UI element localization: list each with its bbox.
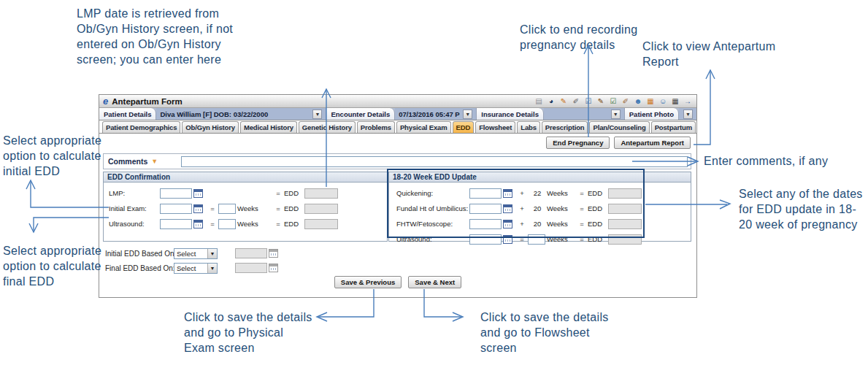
update-ultrasound-calendar-icon[interactable] — [503, 235, 512, 244]
fhtw-calendar-icon[interactable] — [503, 220, 512, 229]
tab-flowsheet[interactable]: Flowsheet — [475, 121, 515, 133]
final-edd-select-arrow-icon[interactable]: ▼ — [207, 264, 217, 273]
final-edd-based-on-select[interactable]: Select ▼ — [174, 263, 218, 274]
ultrasound-edd-label: EDD — [284, 220, 304, 228]
ultrasound-weeks-label: Weeks — [237, 220, 272, 228]
quickening-label: Quickening: — [396, 189, 469, 197]
encounter-details-value[interactable]: 07/13/2016 05:47 PM ▼ — [395, 108, 477, 120]
initial-exam-edd-result — [304, 204, 338, 214]
update-ultrasound-date-input[interactable] — [469, 234, 502, 245]
tab-labs[interactable]: Labs — [517, 121, 540, 133]
tab-edd[interactable]: EDD — [453, 121, 475, 133]
initial-exam-calendar-icon[interactable] — [193, 204, 203, 213]
end-pregnancy-button[interactable]: End Pregnancy — [546, 137, 610, 149]
encounter-details-dropdown-icon[interactable]: ▼ — [463, 110, 472, 119]
insurance-details-dropdown-icon[interactable]: ▼ — [611, 110, 621, 119]
logout-icon[interactable]: → — [683, 96, 693, 106]
insurance-details-value[interactable]: ▼ — [544, 108, 625, 120]
fhtw-date-input[interactable] — [469, 219, 502, 229]
insurance-details-label: Insurance Details — [477, 108, 544, 120]
tab-prescription[interactable]: Prescription — [542, 121, 588, 133]
comments-input[interactable] — [181, 156, 688, 167]
fhtw-edd-label: EDD — [588, 220, 608, 228]
pen-edit-icon[interactable]: ✎ — [596, 96, 606, 106]
quickening-equals: = — [576, 189, 588, 197]
quickening-calendar-icon[interactable] — [503, 189, 512, 198]
initial-exam-date-input[interactable] — [160, 204, 192, 214]
appointments-calendar-icon[interactable]: ▦ — [645, 96, 656, 106]
lmp-label: LMP: — [109, 189, 160, 197]
lmp-edd-result — [304, 188, 338, 199]
quickening-op: + — [516, 189, 528, 197]
tab-genetic-history[interactable]: Genetic History — [299, 121, 356, 133]
quickening-edd-result — [608, 188, 642, 199]
initial-edd-based-on-label: Initial EDD Based On: — [105, 250, 174, 258]
ultrasound-equals: = — [272, 220, 284, 228]
sticky-note-icon[interactable]: ▤ — [534, 96, 544, 106]
initial-exam-weeks-label: Weeks — [237, 204, 272, 212]
prescription-pad-icon[interactable]: ✐ — [571, 96, 581, 106]
calculator-icon[interactable]: ▦ — [670, 96, 680, 106]
comments-row: Comments ▼ — [103, 153, 691, 169]
patient-name-dob: Diva William [F] DOB: 03/22/2000 — [160, 110, 310, 118]
initial-edd-based-on-select[interactable]: Select ▼ — [174, 248, 218, 259]
patient-info-bar: Patient Details Diva William [F] DOB: 03… — [99, 108, 696, 120]
antepartum-form-window: e Antepartum Form ▤ ◕ ✎ ✐ ☑ ✎ ☑ ✐ ☻ ▦ ☺ … — [99, 94, 697, 298]
quickening-edd-label: EDD — [588, 189, 608, 197]
patient-photo-value[interactable]: ▼ — [679, 108, 696, 120]
patient-details-value[interactable]: Diva William [F] DOB: 03/22/2000 ▼ — [156, 108, 326, 120]
ultrasound-calendar-icon[interactable] — [193, 220, 203, 229]
ultrasound-label: Ultrasound: — [109, 220, 160, 228]
ultrasound-date-input[interactable] — [160, 219, 192, 229]
progress-note-icon[interactable]: ✐ — [621, 96, 631, 106]
tab-plan-counseling[interactable]: Plan/Counseling — [589, 121, 649, 133]
fundal-ht-row: Fundal Ht of Umbilicus: + 20 Weeks = EDD — [396, 201, 691, 216]
meaningful-use-gauge-icon[interactable]: ◕ — [546, 96, 556, 106]
initial-edd-based-on-row: Initial EDD Based On: Select ▼ — [105, 246, 278, 261]
tab-postpartum[interactable]: Postpartum — [651, 121, 696, 133]
quickening-date-input[interactable] — [469, 188, 502, 199]
referrals-users-icon[interactable]: ☻ — [633, 96, 643, 106]
arrow-initial-edd — [26, 180, 109, 207]
edd-tab-content: End Pregnancy Antepartum Report Comments… — [99, 134, 696, 297]
comments-expand-icon[interactable]: ▼ — [151, 158, 158, 165]
window-title: Antepartum Form — [112, 97, 182, 106]
tab-obgyn-history[interactable]: Ob/Gyn History — [182, 121, 239, 133]
quickening-weeks-label: Weeks — [547, 189, 576, 197]
lmp-calendar-icon[interactable] — [193, 189, 203, 198]
edd-confirmation-section: EDD Confirmation LMP: = EDD — [103, 172, 388, 242]
initial-exam-row: Initial Exam: = Weeks = EDD — [109, 201, 387, 216]
initial-exam-weeks-input[interactable] — [218, 204, 236, 214]
tab-problems[interactable]: Problems — [357, 121, 395, 133]
tab-physical-exam[interactable]: Physical Exam — [396, 121, 451, 133]
tab-patient-demographics[interactable]: Patient Demographics — [102, 121, 180, 133]
patient-lookup-icon[interactable]: ☺ — [658, 96, 668, 106]
lmp-date-input[interactable] — [160, 188, 192, 199]
initial-exam-edd-label: EDD — [284, 204, 304, 212]
fundal-ht-date-input[interactable] — [469, 204, 502, 214]
note-end-pregnancy: Click to end recording pregnancy details — [520, 22, 645, 53]
update-ultrasound-op: = — [516, 235, 528, 243]
lmp-row: LMP: = EDD — [109, 185, 387, 201]
arrow-final-edd — [29, 218, 109, 232]
quickening-row: Quickening: + 22 Weeks = EDD — [396, 185, 691, 201]
ultrasound-row: Ultrasound: = Weeks = EDD — [109, 216, 387, 231]
fundal-ht-calendar-icon[interactable] — [503, 204, 512, 213]
edd-update-header: 18-20 Week EDD Update — [389, 172, 691, 183]
save-next-button[interactable]: Save & Next — [408, 276, 461, 288]
tasks-check-icon[interactable]: ☑ — [583, 96, 594, 106]
ultrasound-weeks-input[interactable] — [218, 219, 236, 229]
fundal-ht-label: Fundal Ht of Umbilicus: — [396, 204, 469, 212]
update-ultrasound-weeks-input[interactable] — [528, 234, 545, 245]
signature-pen-icon[interactable]: ✎ — [558, 96, 569, 106]
update-ultrasound-edd-label: EDD — [588, 235, 608, 243]
checklist-edit-icon[interactable]: ☑ — [608, 96, 618, 106]
form-tabs: Patient Demographics Ob/Gyn History Medi… — [99, 120, 696, 134]
initial-edd-select-arrow-icon[interactable]: ▼ — [207, 249, 217, 258]
save-previous-button[interactable]: Save & Previous — [334, 276, 402, 288]
antepartum-report-button[interactable]: Antepartum Report — [614, 137, 691, 149]
tab-medical-history[interactable]: Medical History — [240, 121, 297, 133]
patient-details-dropdown-icon[interactable]: ▼ — [312, 110, 322, 119]
patient-photo-dropdown-icon[interactable]: ▼ — [683, 110, 693, 119]
fundal-ht-op: + — [516, 204, 528, 212]
